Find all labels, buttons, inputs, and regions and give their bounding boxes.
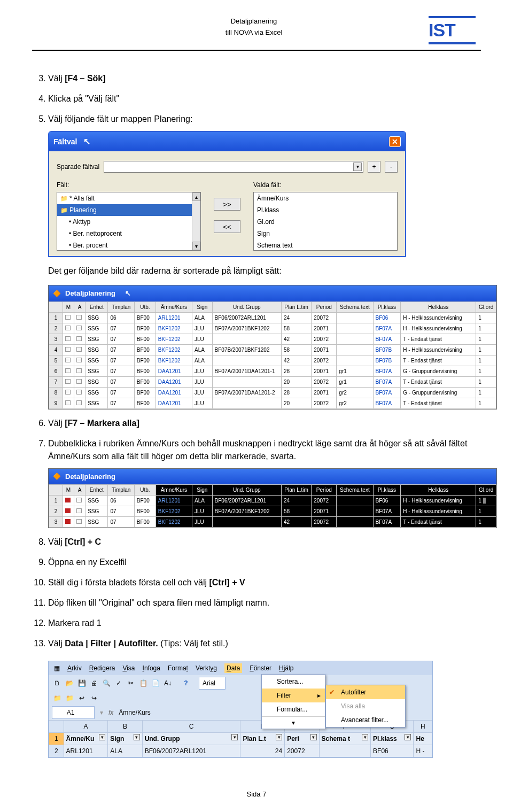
cell[interactable]: T - Endast tjänst [401,334,476,344]
column-header[interactable]: Pl.klass [373,485,401,496]
cell[interactable]: DAA1201 [156,387,192,398]
cell[interactable]: 07 [108,506,134,517]
paste-icon[interactable]: 📄 [150,678,161,689]
menu-data[interactable]: Data [224,663,242,673]
menu-advanced[interactable]: Avancerat filter... [326,713,405,727]
cell[interactable]: DAA1201 [156,366,192,376]
corner-cell[interactable] [49,721,64,733]
cell[interactable] [74,334,86,344]
col-header[interactable]: B [108,721,142,733]
cell[interactable]: 07 [108,387,134,398]
col-header[interactable]: A [64,721,108,733]
cell[interactable]: He [414,733,432,745]
cell[interactable]: BKF1202 [156,355,192,366]
print-icon[interactable]: 🖨 [89,678,99,689]
cell[interactable]: 07 [108,517,134,528]
cell[interactable]: BKF1202 [156,517,192,528]
cell[interactable] [63,334,74,344]
cell[interactable]: JLU [192,376,212,387]
column-header[interactable]: M [63,301,74,312]
cell[interactable]: T - Endast tjänst [401,517,476,528]
cell[interactable]: 20 [281,398,311,408]
column-header[interactable]: Plan L.tim [281,301,311,312]
cell[interactable]: Peri▾ [285,733,319,745]
cell[interactable]: BF07B [373,344,401,355]
cell[interactable]: ALA [108,745,142,757]
list-item[interactable]: Gl.ord [254,216,397,228]
cell[interactable] [337,334,373,344]
menu-arkiv[interactable]: Arkiv [67,663,82,673]
caret-down-icon[interactable]: ▾ [353,163,362,171]
cell[interactable]: Plan L.t▾ [240,733,285,745]
cell[interactable]: 07 [108,344,134,355]
cell[interactable]: BF06/20072ARL1201 [212,496,281,506]
cell[interactable]: 3 [49,517,63,528]
menu-showall[interactable]: Visa alla [326,699,405,713]
menu-autofilter[interactable]: ✔Autofilter [326,685,405,699]
cell[interactable]: 24 [240,745,285,757]
cell[interactable]: H - Helklassundervisning [401,323,476,334]
add-button[interactable]: >> [214,198,240,211]
cell[interactable]: 58 [281,506,311,517]
column-header[interactable]: Pl.klass [373,301,401,312]
cell[interactable]: Und. Grupp▾ [142,733,240,745]
cell[interactable]: 20072 [312,355,337,366]
column-header[interactable]: Enhet [86,301,108,312]
menu-verktyg[interactable]: Verktyg [196,663,217,673]
name-box[interactable]: A1 [52,706,95,719]
column-header[interactable]: Helklass [401,301,476,312]
column-header[interactable]: Sign [192,301,212,312]
cell[interactable]: BF06 [373,312,401,323]
menu-format[interactable]: Format [168,663,188,673]
cell[interactable]: 24 [281,496,311,506]
cell[interactable]: 8 [49,387,63,398]
autofilter-icon[interactable]: ▾ [405,734,411,740]
cell[interactable]: ARL1201 [156,496,192,506]
cell[interactable]: BF07A/20071DAA1201-1 [212,366,281,376]
cell[interactable]: 1 [476,376,496,387]
cell[interactable]: 2 [49,323,63,334]
cell[interactable]: 1 [476,366,496,376]
cell[interactable]: 4 [49,344,63,355]
autofilter-icon[interactable]: ▾ [134,734,140,740]
cell[interactable]: 9 [49,398,63,408]
column-header[interactable]: Schema text [337,301,373,312]
cell[interactable]: BKF1202 [156,344,192,355]
column-header[interactable]: Und. Grupp [212,485,281,496]
column-header[interactable]: Sign [192,485,212,496]
cell[interactable]: 20072 [312,496,337,506]
column-header[interactable]: Gl.ord [476,485,496,496]
cell[interactable] [74,517,86,528]
cell[interactable]: H - [414,745,432,757]
column-header[interactable]: A [74,301,86,312]
cell[interactable]: BKF1202 [156,334,192,344]
cell[interactable]: BF06/20072ARL1201 [212,312,281,323]
folder-icon[interactable]: 📁 [64,693,75,703]
expand-menu-icon[interactable]: ▾ [262,716,325,729]
help-icon[interactable]: ? [181,678,191,689]
cell[interactable] [212,398,281,408]
cell[interactable]: BF07A/20071BKF1202 [212,323,281,334]
formula-value[interactable]: Ämne/Kurs [119,708,150,717]
cell[interactable]: BF00 [134,398,156,408]
list-item[interactable]: * Alla fält [57,192,200,204]
cell[interactable]: JLU [192,506,212,517]
cell[interactable]: BF06 [373,496,401,506]
cell[interactable]: 1 [476,398,496,408]
cell[interactable]: BF07B/20071BKF1202 [212,344,281,355]
cell[interactable]: BF00 [134,517,156,528]
copy-icon[interactable]: 📋 [138,678,149,689]
cell[interactable] [63,517,74,528]
cell[interactable] [74,366,86,376]
cell[interactable]: 5 [49,355,63,366]
cell[interactable]: BF06/20072ARL1201 [142,745,240,757]
cell[interactable]: BF00 [134,506,156,517]
data-grid[interactable]: MAEnhetTimplanUtb.Ämne/KursSignUnd. Grup… [49,301,496,409]
cell[interactable]: SSG [86,334,108,344]
cell[interactable] [74,376,86,387]
cell[interactable]: Pl.klass▾ [371,733,414,745]
col-header[interactable]: H [414,721,432,733]
cell[interactable]: 07 [108,398,134,408]
cell[interactable] [63,376,74,387]
cell[interactable] [63,387,74,398]
